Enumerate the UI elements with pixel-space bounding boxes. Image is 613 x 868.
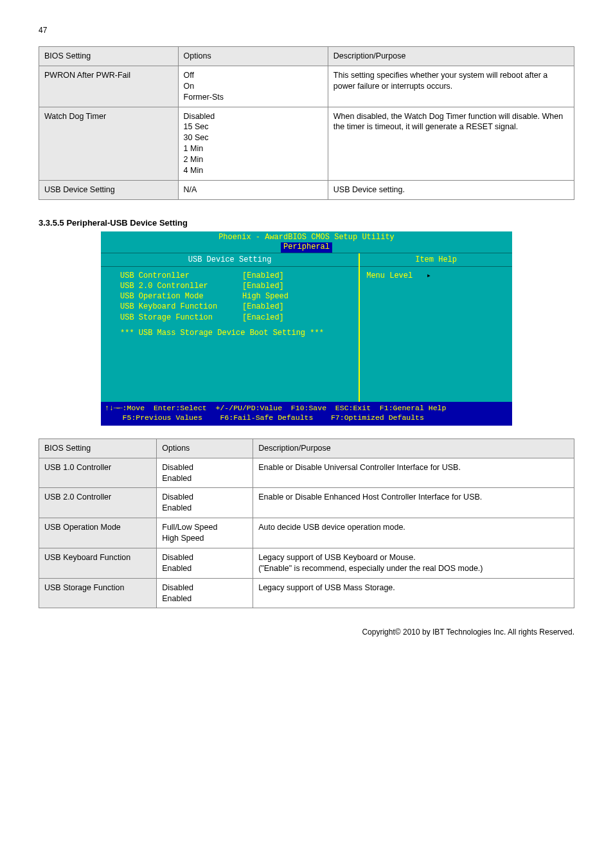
table-row: USB Operation Mode Full/Low Speed High S…: [39, 518, 574, 548]
bios-foot-line1: ↑↓→←:Move Enter:Select +/-/PU/PD:Value F…: [105, 404, 446, 412]
cell: Disabled Enabled: [157, 548, 253, 578]
bios-item-label: USB 2.0 Contronller: [120, 281, 242, 291]
bios-item-label: USB Keyboard Function: [120, 302, 242, 312]
table-row: USB Storage Function Disabled Enabled Le…: [39, 578, 574, 608]
cell: USB Storage Function: [39, 578, 157, 608]
th-desc: Description/Purpose: [253, 439, 574, 458]
cell: Auto decide USB device operation mode.: [253, 518, 574, 548]
bios-right-header: Item Help: [360, 253, 512, 267]
bios-title-bar: Phoenix - AwardBIOS CMOS Setup Utility P…: [101, 231, 512, 253]
bios-item-label: USB Storage Function: [120, 312, 242, 323]
cell: N/A: [178, 180, 328, 199]
bios-item-value: [Enabled]: [242, 281, 284, 291]
bios-item-value: [Enacled]: [242, 312, 284, 323]
cell: Disabled 15 Sec 30 Sec 1 Min 2 Min 4 Min: [178, 107, 328, 180]
cell: Watch Dog Timer: [39, 107, 179, 180]
section-number: 3.3.5.5: [39, 218, 64, 228]
bios-title-line1: Phoenix - AwardBIOS CMOS Setup Utility: [101, 233, 512, 243]
cell: Disabled Enabled: [157, 578, 253, 608]
cell: USB Keyboard Function: [39, 548, 157, 578]
table-row: USB Keyboard Function Disabled Enabled L…: [39, 548, 574, 578]
bios-footer: ↑↓→←:Move Enter:Select +/-/PU/PD:Value F…: [101, 402, 512, 426]
table-row: Watch Dog Timer Disabled 15 Sec 30 Sec 1…: [39, 107, 574, 180]
cell: When disabled, the Watch Dog Timer funct…: [328, 107, 574, 180]
cell: Enable or Disable Universal Controller I…: [253, 458, 574, 488]
section-heading: 3.3.5.5 Peripheral-USB Device Setting: [39, 218, 574, 228]
cell: Off On Former-Sts: [178, 66, 328, 107]
bios-item-value: [Enabled]: [242, 271, 284, 281]
cell: Legacy support of USB Mass Storage.: [253, 578, 574, 608]
table-row: USB Device Setting N/A USB Device settin…: [39, 180, 574, 199]
bios-item-value: [Enabled]: [242, 302, 284, 312]
cell: Disabled Enabled: [157, 458, 253, 488]
bios-item-label: USB Contronller: [120, 271, 242, 281]
table-row: USB 1.0 Controller Disabled Enabled Enab…: [39, 458, 574, 488]
cell: This setting specifies whether your syst…: [328, 66, 574, 107]
page-number-top: 47: [39, 26, 574, 35]
bios-right-content: Menu Level ▸: [360, 267, 512, 284]
th-bios-setting: BIOS Setting: [39, 47, 179, 66]
cell: USB Operation Mode: [39, 518, 157, 548]
bios-left-header: USB Device Setting: [101, 253, 359, 267]
table-row: USB 2.0 Controller Disabled Enabled Enab…: [39, 488, 574, 518]
bios-note: *** USB Mass Storage Device Boot Setting…: [120, 328, 353, 338]
bios-foot-line2: F5:Previous Values F6:Fail-Safe Defaults…: [105, 413, 424, 422]
section-title: Peripheral-USB Device Setting: [66, 218, 188, 228]
th-options: Options: [157, 439, 253, 458]
bios-item-value: High Speed: [242, 291, 289, 302]
footer-copyright: Copyright© 2010 by IBT Technologies Inc.…: [39, 628, 574, 637]
cell: USB Device setting.: [328, 180, 574, 199]
cell: Legacy support of USB Keyboard or Mouse.…: [253, 548, 574, 578]
cell: Full/Low Speed High Speed: [157, 518, 253, 548]
table-row: PWRON After PWR-Fail Off On Former-Sts T…: [39, 66, 574, 107]
table-top: BIOS Setting Options Description/Purpose…: [39, 46, 574, 200]
th-desc: Description/Purpose: [328, 47, 574, 66]
cell: USB 1.0 Controller: [39, 458, 157, 488]
table-bottom: BIOS Setting Options Description/Purpose…: [39, 439, 574, 609]
bios-item-label: USB Operation Mode: [120, 291, 242, 302]
cell: Disabled Enabled: [157, 488, 253, 518]
cell: PWRON After PWR-Fail: [39, 66, 179, 107]
cell: USB Device Setting: [39, 180, 179, 199]
triangle-icon: ▸: [427, 271, 431, 280]
cell: Enable or Disable Enhanced Host Controll…: [253, 488, 574, 518]
cell: USB 2.0 Controller: [39, 488, 157, 518]
bios-screenshot: Phoenix - AwardBIOS CMOS Setup Utility P…: [101, 231, 512, 426]
th-bios-setting: BIOS Setting: [39, 439, 157, 458]
bios-left-content: USB Contronller[Enabled] USB 2.0 Contron…: [101, 267, 359, 402]
bios-title-line2: Peripheral: [281, 242, 332, 253]
th-options: Options: [178, 47, 328, 66]
menu-level-label: Menu Level: [366, 271, 413, 280]
